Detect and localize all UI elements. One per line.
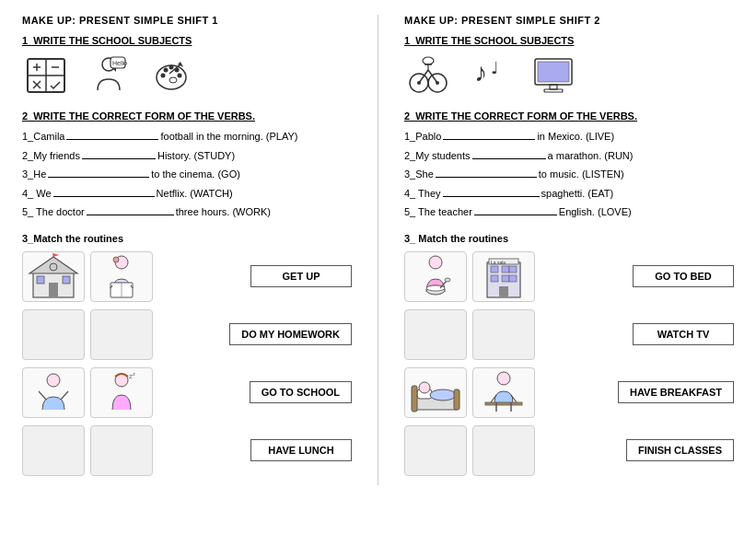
shift1-verb3: 3_Heto the cinema. (GO): [22, 167, 352, 182]
shift2-section2-title: 2_WRITE THE CORRECT FORM OF THE VERBS.: [404, 110, 734, 122]
svg-line-45: [419, 70, 428, 83]
shift2-section3: 3_ Match the routines: [404, 233, 734, 476]
shift1-img-blank3: [22, 425, 85, 476]
shift1-icon-teacher: Hello: [85, 53, 133, 98]
shift1-column: MAKE UP: PRESENT SIMPLE SHIFT 1 1_WRITE …: [15, 15, 359, 485]
svg-rect-78: [485, 402, 522, 405]
svg-rect-63: [502, 266, 509, 273]
shift1-match-row4: HAVE LUNCH: [22, 425, 352, 476]
shift1-img-school: [22, 251, 85, 302]
svg-line-36: [39, 391, 46, 400]
svg-point-60: [445, 278, 450, 282]
shift1-section2: 2_WRITE THE CORRECT FORM OF THE VERBS. 1…: [22, 110, 352, 220]
shift2-img-building: La sala: [472, 251, 535, 302]
shift2-match-row1: La sala GO TO BED: [404, 251, 734, 302]
shift2-column: MAKE UP: PRESENT SIMPLE SHIFT 2 1_WRITE …: [397, 15, 741, 485]
shift2-icons-row: ♪ ♩: [404, 53, 734, 98]
svg-text:Hello: Hello: [112, 60, 127, 66]
shift1-verb2: 2_My friendsHistory. (STUDY): [22, 148, 352, 164]
shift2-icon-music: ♪ ♩: [467, 53, 515, 98]
shift1-btn-homework[interactable]: DO MY HOMEWORK: [229, 323, 352, 345]
svg-line-37: [61, 391, 68, 400]
shift2-match-row4: FINISH CLASSES: [404, 425, 734, 476]
shift2-btn-watchtv[interactable]: WATCH TV: [633, 323, 734, 345]
svg-point-73: [430, 389, 456, 400]
shift1-section2-title: 2_WRITE THE CORRECT FORM OF THE VERBS.: [22, 110, 352, 122]
shift1-img-blank2: [90, 309, 153, 360]
shift2-btn-finishclasses[interactable]: FINISH CLASSES: [626, 439, 734, 461]
shift1-section3-title: 3_Match the routines: [22, 233, 352, 244]
svg-rect-62: [491, 266, 498, 273]
column-divider: [378, 15, 378, 485]
svg-rect-53: [538, 62, 569, 82]
svg-marker-28: [53, 253, 59, 257]
shift2-img-blank1: [404, 309, 467, 360]
shift1-section1-title: 1_WRITE THE SCHOOL SUBJECTS: [22, 35, 352, 46]
shift2-section2: 2_WRITE THE CORRECT FORM OF THE VERBS. 1…: [404, 110, 734, 220]
svg-point-34: [113, 257, 119, 262]
shift2-verb1: 1_Pabloin Mexico. (LIVE): [404, 129, 734, 145]
shift2-btn-breakfast[interactable]: HAVE BREAKFAST: [618, 381, 734, 403]
svg-rect-25: [63, 276, 70, 284]
shift1-header: MAKE UP: PRESENT SIMPLE SHIFT 1: [22, 15, 352, 26]
shift1-btn-getup[interactable]: GET UP: [250, 265, 352, 287]
shift2-match-row2: WATCH TV: [404, 309, 734, 360]
svg-rect-64: [509, 266, 517, 273]
shift2-section1: 1_WRITE THE SCHOOL SUBJECTS: [404, 35, 734, 98]
svg-point-49: [423, 57, 434, 64]
svg-point-26: [50, 263, 57, 271]
svg-point-17: [178, 74, 182, 78]
shift1-icon-math: [22, 53, 70, 98]
svg-rect-23: [49, 283, 58, 297]
svg-point-15: [169, 65, 174, 70]
shift2-verb2: 2_My studentsa marathon. (RUN): [404, 148, 734, 164]
shift1-verb4: 4_ WeNetflix. (WATCH): [22, 186, 352, 202]
shift1-section3: 3_Match the routines: [22, 233, 352, 476]
shift1-img-blank1: [22, 309, 85, 360]
svg-line-46: [428, 70, 437, 83]
shift1-icons-row: Hello: [22, 53, 352, 98]
shift2-verb4: 4_ Theyspaghetti. (EAT): [404, 186, 734, 202]
shift1-img-boy: [22, 367, 85, 418]
svg-point-18: [169, 77, 177, 83]
shift1-match-row2: DO MY HOMEWORK: [22, 309, 352, 360]
shift2-img-eating: [404, 251, 467, 302]
shift2-verb5: 5_ The teacherEnglish. (LOVE): [404, 204, 734, 220]
shift2-section1-title: 1_WRITE THE SCHOOL SUBJECTS: [404, 35, 734, 46]
svg-point-56: [429, 256, 442, 269]
svg-text:♩: ♩: [491, 59, 498, 77]
shift2-img-blank2: [472, 309, 535, 360]
svg-rect-74: [412, 386, 417, 412]
svg-rect-55: [544, 89, 563, 92]
svg-text:z: z: [133, 371, 135, 377]
shift2-img-bed: [404, 367, 467, 418]
shift2-btn-gobed[interactable]: GO TO BED: [633, 265, 734, 287]
shift2-verb3: 3_Sheto music. (LISTEN): [404, 167, 734, 182]
shift1-section1: 1_WRITE THE SCHOOL SUBJECTS: [22, 35, 352, 98]
shift2-section3-title: 3_ Match the routines: [404, 233, 734, 244]
shift1-verb5: 5_ The doctorthree hours. (WORK): [22, 204, 352, 220]
svg-rect-67: [509, 275, 517, 282]
svg-text:♪: ♪: [474, 58, 487, 87]
svg-text:La sala: La sala: [491, 260, 506, 265]
shift2-img-sitting-boy: [472, 367, 535, 418]
shift1-btn-school[interactable]: GO TO SCHOOL: [250, 381, 352, 403]
svg-point-35: [47, 374, 60, 387]
svg-point-13: [161, 74, 166, 78]
svg-point-77: [497, 372, 510, 385]
svg-rect-66: [502, 275, 509, 282]
shift1-btn-lunch[interactable]: HAVE LUNCH: [250, 439, 352, 461]
shift1-match-row1: GET UP: [22, 251, 352, 302]
shift2-img-blank4: [472, 425, 535, 476]
shift2-match-row3: HAVE BREAKFAST: [404, 367, 734, 418]
svg-point-14: [164, 68, 169, 73]
svg-rect-24: [37, 276, 44, 284]
shift2-icon-sports: [404, 53, 452, 98]
shift1-img-blank4: [90, 425, 153, 476]
svg-point-76: [419, 382, 430, 393]
shift2-header: MAKE UP: PRESENT SIMPLE SHIFT 2: [404, 15, 734, 26]
shift1-verb1: 1_Camilafootball in the morning. (PLAY): [22, 129, 352, 145]
shift1-icon-art: [147, 53, 195, 98]
svg-rect-65: [491, 275, 498, 282]
svg-rect-68: [499, 286, 508, 297]
